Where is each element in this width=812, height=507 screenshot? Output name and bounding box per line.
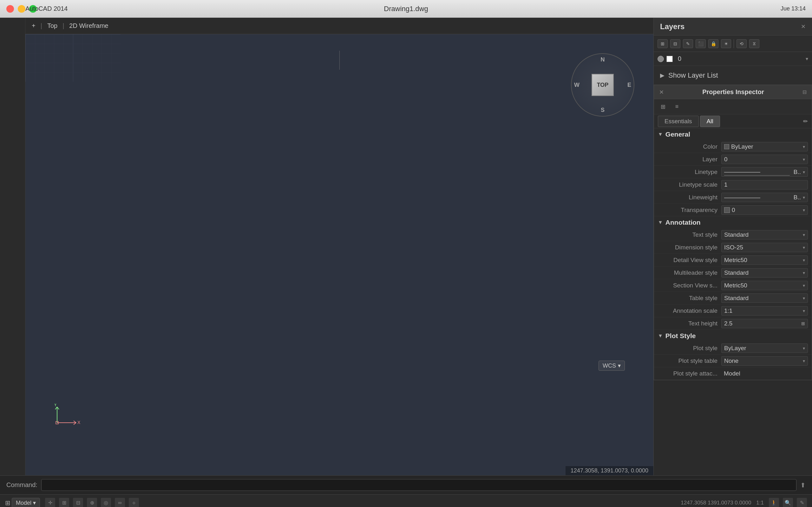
layer-tool-6[interactable]: ☀ (721, 39, 731, 48)
layer-dropdown-chevron[interactable]: ▾ (806, 56, 808, 62)
linetype-line: —————— (724, 168, 790, 176)
lineweight-dropdown-arrow: ▾ (803, 195, 805, 200)
canvas-area[interactable]: N S E W TOP WCS ▾ (26, 34, 653, 475)
linetype-label: Linetype (658, 169, 721, 176)
section-view-style-value[interactable]: Metric50 ▾ (721, 281, 808, 290)
prop-multileader-style: Multileader style Standard ▾ (654, 267, 812, 279)
separator-2: | (62, 22, 64, 30)
status-bar: ⊞ Model ▾ ✛ ⊞ ⊟ ⊕ ◎ ∞ ⟡ 1247.3058 1391.0… (0, 494, 812, 507)
layer-dropdown-arrow2: ▾ (803, 157, 805, 162)
layer-label: Layer (658, 156, 721, 163)
walk-icon[interactable]: 🚶 (769, 498, 779, 507)
view-name[interactable]: Top (47, 22, 57, 30)
annotation-scale-value[interactable]: 1:1 ▾ (721, 306, 808, 316)
command-input[interactable] (41, 479, 797, 491)
color-value[interactable]: ByLayer ▾ (721, 142, 808, 152)
dynamic-icon[interactable]: ⟡ (129, 498, 139, 507)
annotation-scale-label: Annotation scale (658, 307, 721, 314)
linetype-scale-label: Linetype scale (658, 181, 721, 188)
compass-north: N (601, 56, 605, 63)
polar-icon[interactable]: ⊕ (87, 498, 97, 507)
grid-icon[interactable]: ⊞ (5, 499, 10, 507)
tab-all[interactable]: All (700, 116, 720, 127)
prop-plot-style-table: Plot style table None ▾ (654, 354, 812, 367)
pi-scroll-area[interactable]: ▼ General Color ByLayer ▾ Layer 0 ▾ (654, 128, 812, 380)
section-annotation[interactable]: ▼ Annotation (654, 216, 812, 228)
layer-tool-4[interactable]: ⬛ (696, 39, 706, 48)
prop-annotation-scale: Annotation scale 1:1 ▾ (654, 304, 812, 317)
pi-collapse-icon[interactable]: ⊟ (803, 89, 807, 95)
model-tab[interactable]: Model ▾ (12, 498, 40, 507)
linetype-scale-value[interactable]: 1 (721, 180, 808, 189)
coordinates-display: 1247.3058, 1391.0073, 0.0000 (565, 466, 653, 475)
layer-list-label: Show Layer List (668, 71, 718, 79)
annotate-icon[interactable]: ✎ (797, 498, 807, 507)
plot-style-title: Plot Style (665, 332, 696, 340)
section-general[interactable]: ▼ General (654, 128, 812, 140)
wcs-dropdown-icon[interactable]: ▾ (618, 362, 621, 369)
compass-rose: N S E W TOP (571, 53, 635, 117)
pi-grid-icon[interactable]: ⊞ (658, 102, 668, 112)
prop-table-style: Table style Standard ▾ (654, 292, 812, 304)
compass-west: W (574, 82, 579, 89)
layer-tool-8[interactable]: ⧖ (749, 39, 759, 48)
layer-tool-2[interactable]: ⊟ (670, 39, 680, 48)
layers-close-icon[interactable]: ✕ (801, 23, 806, 30)
snap-icon[interactable]: ✛ (45, 498, 55, 507)
annotation-arrow: ▼ (658, 220, 663, 225)
text-height-stepper[interactable]: ⊞ (801, 321, 805, 326)
pi-header-controls[interactable]: ✕ (659, 89, 664, 96)
section-view-style-label: Section View s... (658, 282, 721, 289)
pi-edit-icon[interactable]: ✏ (803, 118, 808, 125)
dim-style-value[interactable]: ISO-25 ▾ (721, 243, 808, 252)
ortho-icon[interactable]: ⊟ (73, 498, 83, 507)
prop-lineweight: Lineweight —————— B.. ▾ (654, 191, 812, 204)
grid-status-icon[interactable]: ⊞ (59, 498, 69, 507)
command-expand-icon[interactable]: ⬆ (800, 481, 806, 489)
command-label: Command: (6, 481, 38, 489)
view-plus[interactable]: + (32, 22, 36, 30)
title-bar: AutoCAD 2014 Drawing1.dwg Jue 13:14 (0, 0, 812, 18)
section-plot-style[interactable]: ▼ Plot Style (654, 330, 812, 342)
pi-list-icon[interactable]: ≡ (672, 102, 682, 112)
plot-style-value[interactable]: ByLayer ▾ (721, 343, 808, 353)
status-icons: ✛ ⊞ ⊟ ⊕ ◎ ∞ ⟡ (45, 498, 139, 507)
lineweight-line: —————— (724, 194, 792, 201)
detail-view-style-value[interactable]: Metric50 ▾ (721, 256, 808, 265)
layer-tool-7[interactable]: ⟲ (737, 39, 747, 48)
drawing-area[interactable]: + | Top | 2D Wireframe (26, 18, 653, 475)
text-style-value[interactable]: Standard ▾ (721, 230, 808, 239)
transparency-value[interactable]: 0 ▾ (721, 205, 808, 215)
osnap-icon[interactable]: ◎ (101, 498, 111, 507)
show-layer-list[interactable]: ▶ Show Layer List (654, 66, 812, 85)
lineweight-value[interactable]: —————— B.. ▾ (721, 193, 808, 202)
layer-dropdown-row[interactable]: 0 ▾ (654, 52, 812, 66)
layer-value[interactable]: 0 ▾ (721, 155, 808, 164)
model-dropdown-arrow[interactable]: ▾ (33, 500, 36, 506)
close-button[interactable] (6, 5, 14, 13)
pi-expand-icon[interactable]: ✕ (659, 89, 664, 96)
time-display: Jue 13:14 (780, 5, 806, 12)
wcs-label[interactable]: WCS ▾ (599, 360, 625, 371)
tab-essentials[interactable]: Essentials (658, 116, 699, 127)
plot-style-table-value[interactable]: None ▾ (721, 356, 808, 366)
linetype-value[interactable]: —————— B.. ▾ (721, 167, 808, 177)
text-style-label: Text style (658, 231, 721, 238)
minimize-button[interactable] (18, 5, 26, 13)
layer-tool-3[interactable]: ✎ (683, 39, 693, 48)
otrack-icon[interactable]: ∞ (115, 498, 125, 507)
multileader-style-value[interactable]: Standard ▾ (721, 268, 808, 278)
drawing-toolbar: + | Top | 2D Wireframe (26, 18, 653, 34)
annotation-title: Annotation (665, 219, 701, 226)
prop-text-height: Text height 2.5 ⊞ (654, 317, 812, 330)
text-style-dropdown-arrow: ▾ (803, 232, 805, 237)
layer-tool-1[interactable]: ⊞ (658, 39, 668, 48)
zoom-icon[interactable]: 🔍 (783, 498, 793, 507)
layers-header-controls[interactable]: ✕ (801, 23, 806, 30)
text-height-value[interactable]: 2.5 ⊞ (721, 319, 808, 328)
model-tabs: ⊞ Model ▾ (5, 498, 40, 507)
layer-tool-5[interactable]: 🔒 (708, 39, 718, 48)
table-style-value[interactable]: Standard ▾ (721, 293, 808, 303)
view-mode[interactable]: 2D Wireframe (69, 22, 108, 30)
status-right: Jue 13:14 (780, 5, 806, 12)
